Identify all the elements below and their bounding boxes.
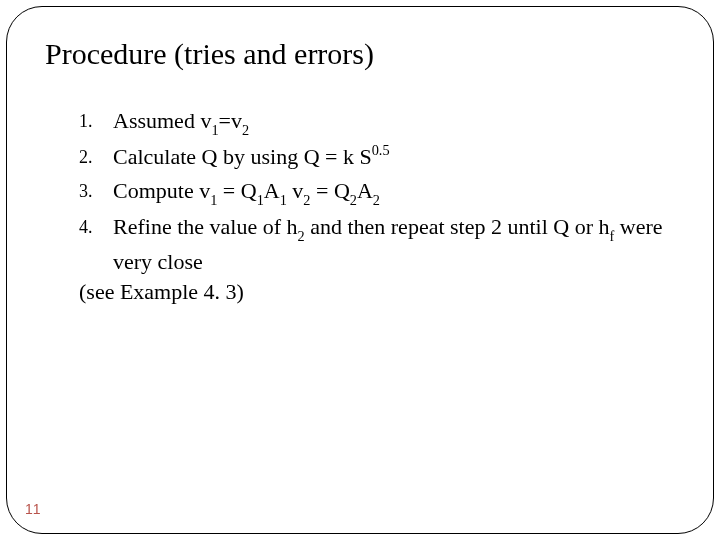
list-item: 4. Refine the value of h2 and then repea…	[79, 211, 683, 277]
item-text: Refine the value of h2 and then repeat s…	[113, 211, 683, 277]
slide-frame: Procedure (tries and errors) 1. Assumed …	[6, 6, 714, 534]
list-item: 2. Calculate Q by using Q = k S0.5	[79, 141, 683, 173]
procedure-list: 1. Assumed v1=v2 2. Calculate Q by using…	[79, 105, 683, 277]
item-marker: 2.	[79, 141, 113, 173]
note-text: (see Example 4. 3)	[79, 279, 683, 305]
page-number: 11	[25, 501, 41, 517]
item-marker: 4.	[79, 211, 113, 277]
item-marker: 1.	[79, 105, 113, 139]
item-text: Calculate Q by using Q = k S0.5	[113, 141, 683, 173]
item-text: Assumed v1=v2	[113, 105, 683, 139]
slide-title: Procedure (tries and errors)	[45, 37, 683, 71]
list-item: 1. Assumed v1=v2	[79, 105, 683, 139]
item-text: Compute v1 = Q1A1 v2 = Q2A2	[113, 175, 683, 209]
item-marker: 3.	[79, 175, 113, 209]
list-item: 3. Compute v1 = Q1A1 v2 = Q2A2	[79, 175, 683, 209]
